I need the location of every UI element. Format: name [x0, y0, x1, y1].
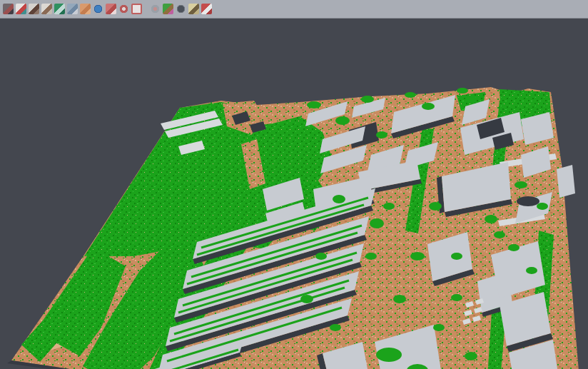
dark-sphere-icon[interactable] — [176, 4, 186, 14]
classified-points-icon[interactable] — [16, 4, 26, 14]
hillshade-dem-icon[interactable] — [29, 4, 39, 14]
toolbar — [0, 0, 588, 19]
raster-image-icon[interactable] — [3, 4, 14, 14]
stacked-layers-icon[interactable] — [106, 4, 116, 14]
measure-annotate-icon[interactable] — [188, 4, 199, 14]
circle-select-icon[interactable] — [118, 4, 129, 14]
column-view-icon[interactable] — [67, 4, 78, 14]
rect-select-icon[interactable] — [131, 4, 142, 14]
classified-point-cloud-scene — [0, 19, 588, 369]
globe-icon[interactable] — [93, 4, 103, 14]
app-window — [0, 0, 588, 369]
terrain-surface-icon[interactable] — [54, 4, 65, 14]
viewport-3d[interactable] — [0, 19, 588, 369]
ortho-tile-icon[interactable] — [80, 4, 91, 14]
flag-bookmark-icon[interactable] — [201, 4, 212, 14]
sparse-points-icon[interactable] — [41, 4, 52, 14]
classification-colors-icon[interactable] — [163, 4, 173, 14]
filter-mask-icon[interactable] — [150, 4, 161, 14]
